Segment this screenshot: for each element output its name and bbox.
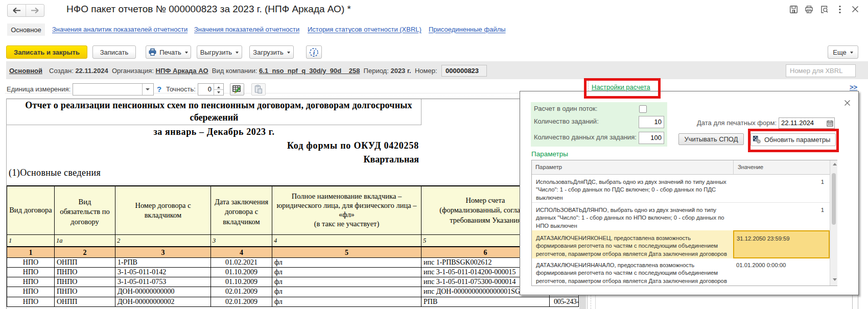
- svg-text:i: i: [313, 49, 315, 56]
